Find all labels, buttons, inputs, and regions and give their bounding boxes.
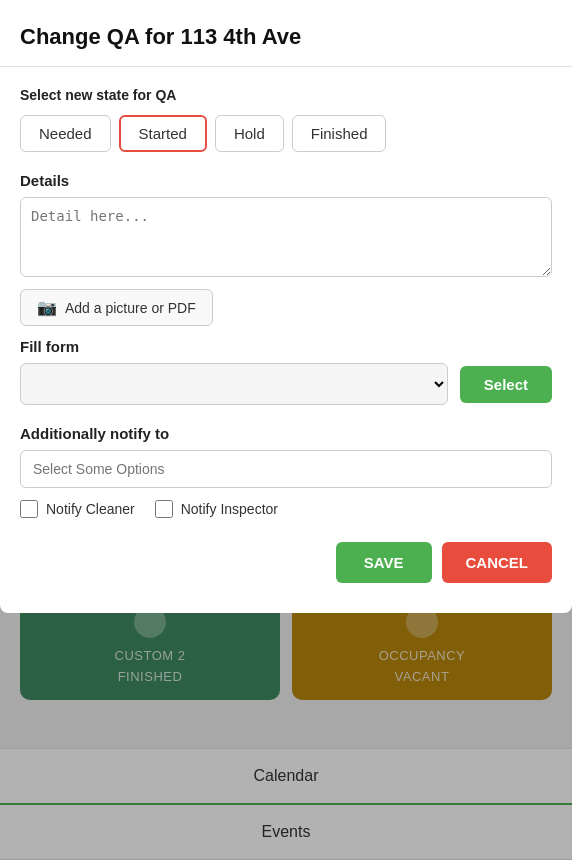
state-btn-finished[interactable]: Finished [292, 115, 387, 152]
camera-icon: 📷 [37, 298, 57, 317]
add-picture-button[interactable]: 📷 Add a picture or PDF [20, 289, 213, 326]
notify-cleaner-checkbox-label[interactable]: Notify Cleaner [20, 500, 135, 518]
notify-inspector-checkbox-label[interactable]: Notify Inspector [155, 500, 278, 518]
fill-form-select[interactable] [20, 363, 448, 405]
state-btn-hold[interactable]: Hold [215, 115, 284, 152]
state-btn-needed[interactable]: Needed [20, 115, 111, 152]
checkboxes-row: Notify Cleaner Notify Inspector [0, 500, 572, 518]
notify-inspector-checkbox[interactable] [155, 500, 173, 518]
details-label: Details [0, 172, 572, 189]
select-button[interactable]: Select [460, 366, 552, 403]
state-buttons-group: Needed Started Hold Finished [0, 115, 572, 152]
qa-modal: Change QA for 113 4th Ave Select new sta… [0, 0, 572, 613]
cancel-button[interactable]: CANCEL [442, 542, 553, 583]
notify-cleaner-label: Notify Cleaner [46, 501, 135, 517]
notify-input[interactable] [20, 450, 552, 488]
fill-form-row: Select [0, 363, 572, 405]
details-textarea[interactable] [20, 197, 552, 277]
additionally-notify-label: Additionally notify to [0, 425, 572, 442]
save-button[interactable]: SAVE [336, 542, 432, 583]
state-section-label: Select new state for QA [0, 87, 572, 103]
add-picture-label: Add a picture or PDF [65, 300, 196, 316]
state-btn-started[interactable]: Started [119, 115, 207, 152]
action-buttons: SAVE CANCEL [0, 542, 572, 583]
modal-divider [0, 66, 572, 67]
fill-form-label: Fill form [0, 338, 572, 355]
modal-title: Change QA for 113 4th Ave [0, 0, 572, 66]
notify-cleaner-checkbox[interactable] [20, 500, 38, 518]
notify-inspector-label: Notify Inspector [181, 501, 278, 517]
